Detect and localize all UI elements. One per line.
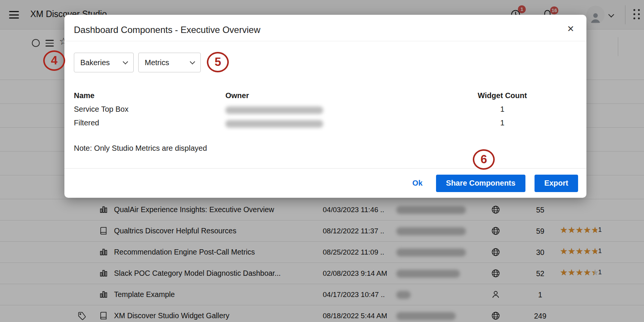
column-header-owner: Owner [225, 91, 249, 100]
export-button[interactable]: Export [535, 175, 578, 192]
project-dropdown-value: Bakeries [80, 58, 110, 67]
modal-footer: Ok Share Components Export [64, 168, 586, 198]
annotation-step-6: 6 [473, 149, 495, 170]
close-icon[interactable]: ✕ [567, 24, 574, 34]
share-components-button[interactable]: Share Components [436, 175, 525, 192]
modal-title: Dashboard Components - Executive Overvie… [74, 25, 260, 35]
widget-count-value: 1 [464, 119, 540, 127]
dashboard-components-modal: Dashboard Components - Executive Overvie… [64, 15, 586, 198]
annotation-step-5: 5 [207, 52, 229, 72]
divider [64, 41, 586, 41]
annotation-number: 5 [214, 55, 221, 69]
widget-count-value: 1 [464, 105, 540, 114]
column-header-name: Name [74, 91, 94, 100]
chevron-down-icon [123, 59, 128, 64]
project-dropdown[interactable]: Bakeries [74, 53, 134, 72]
note-text: Note: Only Studio Metrics are displayed [74, 144, 207, 153]
component-type-dropdown-value: Metrics [145, 58, 169, 67]
screen: XM Discover Studio 1 16 ☆ [0, 0, 644, 322]
ok-button[interactable]: Ok [413, 179, 423, 188]
component-name: Service Top Box [74, 105, 128, 114]
redacted-owner [225, 106, 323, 114]
annotation-step-4: 4 [43, 50, 65, 71]
component-type-dropdown[interactable]: Metrics [138, 53, 201, 72]
annotation-number: 4 [51, 54, 57, 67]
component-name: Filtered [74, 119, 99, 127]
chevron-down-icon [190, 59, 195, 64]
redacted-owner [225, 120, 323, 128]
annotation-number: 6 [480, 153, 487, 166]
column-header-widget-count: Widget Count [464, 91, 540, 100]
